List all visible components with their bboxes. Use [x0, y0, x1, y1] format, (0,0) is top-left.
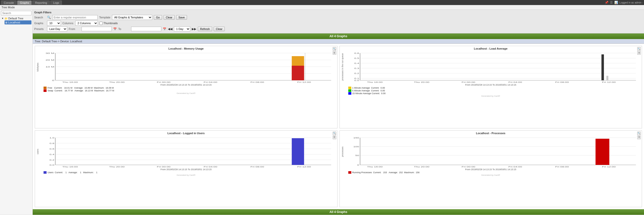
- from-date-input[interactable]: 2019-02-28 14:13: [82, 27, 112, 31]
- graph-zoom-icon-users[interactable]: 🔍: [333, 132, 336, 135]
- svg-rect-64: [292, 138, 304, 165]
- legend-color-15min: [348, 92, 351, 95]
- graph-list-icon-processes[interactable]: ☰: [637, 136, 641, 139]
- graph-list-icon[interactable]: ☰: [333, 51, 336, 55]
- legend-text-processes: Running Processes Current: 153 Average: …: [352, 171, 420, 174]
- graph-zoom-icon-load[interactable]: 🔍: [637, 47, 641, 51]
- graph-svg-wrap-load: processes in the run queue: [341, 51, 641, 83]
- svg-text:Fri 12:00: Fri 12:00: [602, 81, 616, 83]
- template-label: Template: [99, 16, 110, 19]
- svg-text:0.5: 0.5: [354, 57, 359, 59]
- main-content: Graph Filters Search 🔍 Template All Grap…: [33, 10, 644, 215]
- sidebar-item-localhost-label: Localhost: [8, 21, 20, 24]
- search-icon: 🔍: [47, 16, 51, 19]
- svg-text:0.1: 0.1: [354, 78, 359, 80]
- graph-filters-panel: Graph Filters Search 🔍 Template All Grap…: [33, 10, 644, 33]
- all-graphs-top-bar: All 4 Graphs: [33, 33, 644, 39]
- graph-legend-load: 1 Minute Average Current: 0.00 5 Minute …: [341, 87, 641, 95]
- graph-filters-title: Graph Filters: [34, 11, 642, 14]
- graph-from-to-processes: From 2019/02/28 14:13:15 To 2019/03/01 1…: [341, 168, 641, 171]
- sidebar-item-localhost[interactable]: 🖥 Localhost: [5, 20, 31, 24]
- graphs-select[interactable]: 10: [47, 21, 61, 26]
- graph-body-users: 1.0 0.8 0.6 0.4 0.2 0.0 Thu 16:00 Thu 20…: [41, 135, 336, 168]
- timespan-select[interactable]: 1 Day: [174, 26, 190, 31]
- svg-text:20 M: 20 M: [46, 59, 54, 61]
- legend-text-free: Free Current: 16.01 M Average: 15.89 M M…: [48, 87, 114, 89]
- clear-button-bottom[interactable]: Clear: [214, 27, 225, 31]
- pin-icon[interactable]: 📌: [605, 1, 609, 4]
- generated-by-users: Generated by Cacti®: [36, 174, 336, 176]
- tab-graphs[interactable]: Graphs: [17, 1, 32, 5]
- svg-text:0.0: 0.0: [354, 80, 359, 82]
- thumbnails-checkbox[interactable]: [99, 22, 103, 25]
- search-input[interactable]: [1, 11, 31, 15]
- graphs-grid: Localhost - Memory Usage 🔍 ☰ kilobytes: [33, 44, 644, 209]
- legend-row-processes: Running Processes Current: 153 Average: …: [348, 171, 641, 174]
- graph-list-icon-load[interactable]: ☰: [637, 51, 641, 55]
- graph-chart-users: 1.0 0.8 0.6 0.4 0.2 0.0 Thu 16:00 Thu 20…: [41, 135, 336, 168]
- tab-console[interactable]: Console: [1, 1, 17, 5]
- calendar-icon[interactable]: 📅: [113, 27, 117, 31]
- graphs-label: Graphs: [34, 22, 46, 25]
- to-date-input[interactable]: 2019-03-01 14:13: [131, 27, 161, 31]
- svg-text:Fri 00:00: Fri 00:00: [462, 81, 475, 83]
- thumbnails-label[interactable]: Thumbnails: [99, 22, 118, 25]
- graph-svg-wrap-memory: kilobytes: [36, 51, 336, 83]
- svg-text:150: 150: [353, 137, 359, 139]
- go-button[interactable]: Go: [154, 15, 162, 20]
- svg-text:Fri 12:00: Fri 12:00: [602, 166, 616, 168]
- chart-icon[interactable]: 📊: [614, 1, 618, 4]
- graph-zoom-icon-processes[interactable]: 🔍: [637, 132, 641, 135]
- svg-text:Thu 16:00: Thu 16:00: [62, 166, 78, 168]
- legend-text-5min: 5 Minute Average Current: 0.00: [352, 89, 385, 92]
- svg-text:Fri 12:00: Fri 12:00: [297, 166, 311, 168]
- svg-text:Thu 16:00: Thu 16:00: [62, 81, 78, 83]
- svg-text:1.0: 1.0: [50, 137, 54, 139]
- graph-body-memory: 30 M 20 M 10 M 0 Thu 16:00 Thu 20:00 Fri…: [41, 51, 336, 83]
- prev-time-icon[interactable]: ◀◀: [168, 27, 172, 31]
- y-axis-label-processes: processes: [341, 135, 344, 168]
- next-time-icon[interactable]: ▶▶: [192, 27, 196, 31]
- all-graphs-bottom-bar: All 4 Graphs: [33, 209, 644, 215]
- sidebar-item-label: Default Tree: [8, 17, 23, 20]
- sidebar: ▼ 📁 Default Tree 🖥 Localhost: [0, 10, 33, 215]
- tab-logs[interactable]: Logs: [50, 1, 62, 5]
- graph-panel-memory: Localhost - Memory Usage 🔍 ☰ kilobytes: [35, 46, 337, 128]
- graph-list-icon-users[interactable]: ☰: [333, 136, 336, 139]
- svg-text:0.3: 0.3: [354, 67, 359, 69]
- graph-chart-load: 0.6 0.5 0.4 0.3 0.2 0.1 0.0 Thu 16:00 Th…: [345, 51, 641, 83]
- filter-row-1: Search 🔍 Template All Graphs & Templates…: [34, 15, 642, 20]
- svg-text:Fri 08:00: Fri 08:00: [250, 81, 264, 83]
- template-select[interactable]: All Graphs & Templates: [112, 15, 152, 20]
- presets-select[interactable]: Last Day: [47, 26, 67, 31]
- calendar-to-icon[interactable]: 📅: [163, 27, 166, 31]
- refresh-button[interactable]: Refresh: [198, 27, 212, 31]
- search-regex-input[interactable]: [52, 15, 98, 20]
- graph-legend-processes: Running Processes Current: 153 Average: …: [341, 171, 641, 174]
- graph-zoom-icon[interactable]: 🔍: [333, 47, 336, 51]
- legend-color-processes: [348, 171, 351, 174]
- logged-in-label: Logged in as admin -: [620, 1, 643, 4]
- y-axis-label-users: users: [36, 135, 40, 168]
- graph-legend-users: Users Current: 1 Average: 1 Maximum: 1: [36, 171, 336, 174]
- legend-row-1min: 1 Minute Average Current: 0.00: [348, 87, 641, 89]
- save-button[interactable]: Save: [176, 15, 187, 20]
- legend-color-1min: [348, 87, 351, 89]
- svg-text:0.6: 0.6: [354, 52, 359, 54]
- clear-button-top[interactable]: Clear: [164, 15, 175, 20]
- graph-panel-users: Localhost - Logged in Users 🔍 ☰ users: [35, 130, 337, 207]
- graph-title-processes: Localhost - Processes: [341, 132, 641, 135]
- svg-text:50: 50: [355, 154, 359, 156]
- generated-by-memory: Generated by Cacti®: [36, 92, 336, 94]
- sidebar-item-default-tree[interactable]: ▼ 📁 Default Tree: [1, 16, 31, 20]
- generated-by-processes: Generated by Cacti®: [341, 174, 641, 176]
- svg-text:0.4: 0.4: [354, 62, 359, 64]
- legend-row-users: Users Current: 1 Average: 1 Maximum: 1: [44, 171, 336, 174]
- columns-select[interactable]: 2 Columns: [75, 21, 98, 26]
- tab-reporting[interactable]: Reporting: [32, 1, 50, 5]
- list-icon[interactable]: ☰: [610, 1, 613, 4]
- tree-mode-label: Tree Mode: [2, 6, 15, 9]
- graph-panel-processes: Localhost - Processes 🔍 ☰ processes: [339, 130, 642, 207]
- svg-text:Thu 20:00: Thu 20:00: [109, 81, 125, 83]
- graph-from-to-users: From 2019/02/28 14:13:15 To 2019/03/01 1…: [36, 168, 336, 171]
